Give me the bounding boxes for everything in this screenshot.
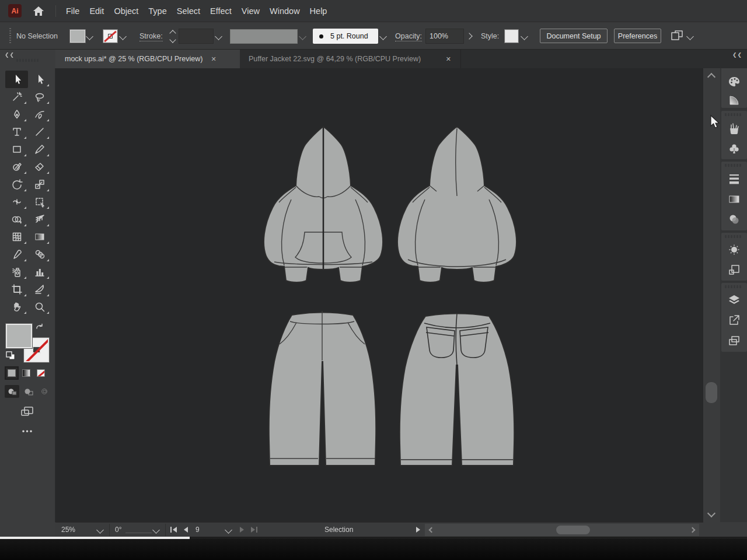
next-artboard-icon[interactable] [239,526,245,533]
tool-selection[interactable] [5,71,28,88]
none-mode-button[interactable] [35,368,47,379]
stroke-width-field[interactable] [179,29,214,44]
tool-width[interactable] [5,193,28,211]
tool-mesh[interactable] [5,228,28,246]
brush-chevron-icon[interactable] [379,33,387,40]
draw-behind-button[interactable] [21,385,36,398]
tool-lasso[interactable] [28,88,51,106]
symbols-panel-button[interactable] [728,142,741,155]
menu-edit[interactable]: Edit [89,6,104,16]
home-icon[interactable] [32,5,45,18]
style-label[interactable]: Style: [481,32,499,40]
tool-hand[interactable] [5,298,28,316]
panel-collapse-icon[interactable]: ❮❮ [732,52,742,58]
artboard-chevron-icon[interactable] [225,526,232,534]
menu-type[interactable]: Type [148,6,166,16]
artboard-number[interactable]: 9 [196,526,200,534]
canvas[interactable] [55,68,703,522]
tab-mock-ups[interactable]: mock ups.ai* @ 25 % (RGB/CPU Preview) ✕ [55,50,240,68]
stroke-width-stepper[interactable] [168,28,177,44]
graphic-styles-panel-button[interactable] [728,264,741,276]
appearance-panel-button[interactable] [728,243,741,256]
zoom-level[interactable]: 25% [61,526,75,534]
opacity-label[interactable]: Opacity: [395,32,422,41]
stroke-width-chevron-icon[interactable] [215,33,222,40]
tool-pen[interactable] [5,106,28,123]
vertical-scrollbar[interactable] [703,68,720,522]
transparency-panel-button[interactable] [728,213,741,226]
gradient-panel-button[interactable] [728,192,741,205]
tool-artboard[interactable] [5,281,28,298]
menu-file[interactable]: File [66,6,79,16]
tool-shape-builder[interactable] [5,211,28,228]
tool-eyedropper[interactable] [5,246,28,263]
menu-effect[interactable]: Effect [210,6,232,16]
control-bar-drag-handle[interactable] [9,28,11,44]
scroll-right-icon[interactable] [690,527,696,533]
scroll-left-icon[interactable] [429,527,435,533]
export-panel-button[interactable] [728,314,741,327]
tool-perspective-grid[interactable] [28,211,51,228]
pants-front[interactable] [269,311,376,466]
tool-column-graph[interactable] [28,263,51,281]
edit-toolbar-button[interactable]: ••• [0,427,55,436]
document-setup-button[interactable]: Document Setup [540,29,608,43]
width-profile-chevron-icon[interactable] [299,33,306,40]
menu-window[interactable]: Window [270,6,300,16]
style-chevron-icon[interactable] [521,33,528,40]
stroke-panel-button[interactable] [728,172,741,185]
layers-panel-button[interactable] [728,293,741,306]
tool-gradient[interactable] [28,228,51,246]
draw-inside-button[interactable] [37,385,52,398]
screen-mode-icon[interactable] [20,405,35,418]
illustrator-logo-icon[interactable]: Ai [8,4,22,18]
brush-definition-dropdown[interactable]: 5 pt. Round [313,29,378,44]
workspace-chevron-icon[interactable] [686,33,694,40]
tab-puffer-jacket[interactable]: Puffer Jacket 22.svg @ 64,29 % (RGB/CPU … [240,50,461,68]
fill-color-swatch[interactable] [70,30,85,43]
default-swatches-icon[interactable] [6,351,16,360]
draw-normal-button[interactable] [5,385,19,398]
tool-eraser[interactable] [28,158,51,176]
toolbar-collapse-icon[interactable]: ❮❮ [5,52,15,58]
stroke-label[interactable]: Stroke: [139,32,163,41]
zoom-chevron-icon[interactable] [96,526,104,534]
swap-fill-stroke-icon[interactable] [35,323,44,331]
rotation-value[interactable]: 0° [115,526,121,534]
horizontal-scrollbar[interactable] [425,524,699,536]
menu-help[interactable]: Help [310,6,327,16]
tool-symbol-sprayer[interactable] [5,263,28,281]
horizontal-scroll-thumb[interactable] [556,526,590,534]
scroll-down-icon[interactable] [707,509,715,517]
tool-scale[interactable] [28,176,51,193]
color-guide-panel-button[interactable] [728,94,741,107]
tool-direct-selection[interactable] [28,71,51,88]
tool-curvature[interactable] [28,106,51,123]
menu-object[interactable]: Object [114,6,138,16]
tool-zoom[interactable] [28,298,51,316]
color-mode-button[interactable] [6,368,18,379]
hoodie-front[interactable] [264,127,383,282]
status-expand-icon[interactable] [416,526,421,533]
pants-back[interactable] [400,313,514,466]
artboards-panel-button[interactable] [728,334,741,347]
stroke-dropdown-chevron-icon[interactable] [119,33,127,40]
width-profile-dropdown[interactable] [230,29,298,44]
tool-shaper[interactable] [5,158,28,176]
opacity-expand-chevron-icon[interactable] [466,33,472,39]
brushes-panel-button[interactable] [728,123,741,135]
rotation-chevron-icon[interactable] [152,526,160,534]
tool-magic-wand[interactable] [5,88,28,106]
tool-rotate[interactable] [5,176,28,193]
preferences-button[interactable]: Preferences [614,29,661,43]
tool-paintbrush[interactable] [28,141,51,158]
arrange-documents-icon[interactable] [670,30,684,43]
stroke-color-swatch[interactable] [103,30,117,43]
opacity-field[interactable]: 100% [425,29,464,44]
prev-artboard-icon[interactable] [183,526,189,533]
fill-dropdown-chevron-icon[interactable] [86,33,93,40]
toolbar-fill-swatch[interactable] [6,324,32,348]
tool-slice[interactable] [28,281,51,298]
style-swatch[interactable] [505,30,518,43]
color-panel-button[interactable] [728,75,741,88]
